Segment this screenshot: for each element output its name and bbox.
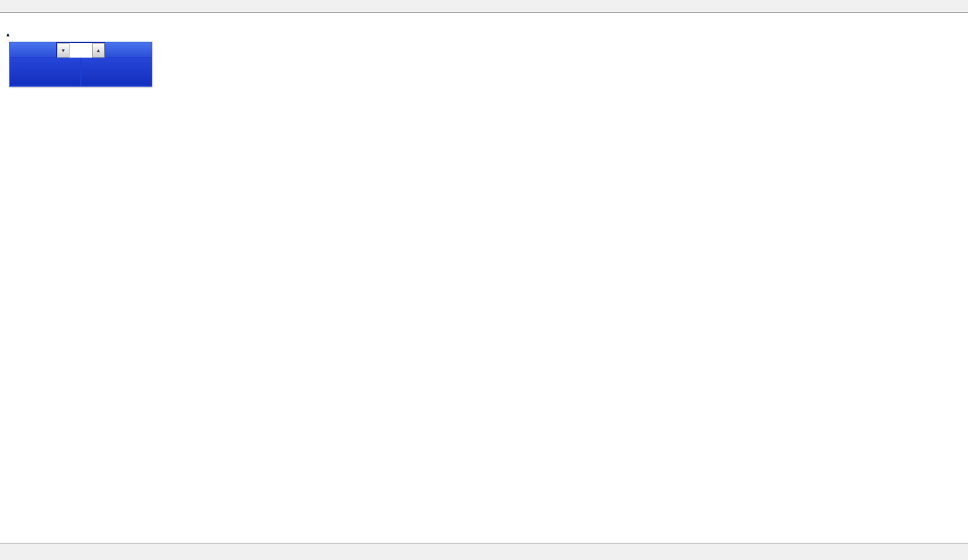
volume-stepper: ▼ ▲ (56, 42, 105, 58)
sell-price-display[interactable] (10, 58, 80, 85)
one-click-trade-panel: ▼ ▲ (9, 42, 152, 87)
collapse-panel-icon[interactable]: ▲ (5, 32, 11, 38)
buy-price-display[interactable] (81, 58, 152, 85)
chart-canvas[interactable] (0, 13, 968, 543)
volume-decrease-icon[interactable]: ▼ (57, 43, 70, 58)
timeframe-toolbar (0, 0, 968, 13)
sell-button[interactable] (10, 42, 56, 57)
volume-increase-icon[interactable]: ▲ (92, 43, 105, 58)
buy-button[interactable] (105, 42, 152, 57)
symbol-tab-bar (0, 543, 968, 560)
ohlc-header: ▲ (5, 30, 26, 38)
chart-window: ▲ ▼ ▲ (0, 12, 968, 543)
trading-platform-window: ▲ ▼ ▲ (0, 0, 968, 560)
volume-input[interactable] (70, 43, 92, 58)
